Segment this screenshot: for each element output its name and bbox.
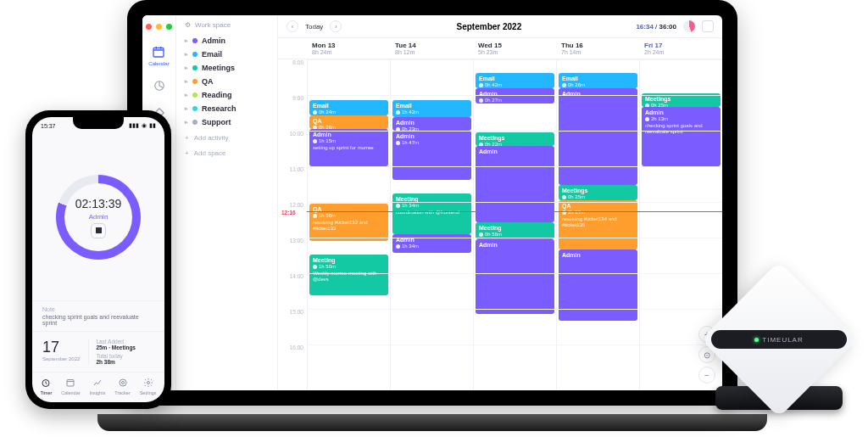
event-admin[interactable]: Admin [559, 88, 637, 185]
sidebar-item-research[interactable]: ▸Research [181, 102, 272, 115]
calendar-icon [151, 44, 166, 59]
prev-button[interactable]: ‹ [287, 20, 298, 32]
day-column[interactable]: Email0h 42mAdmin0h 27mMeetings0h 22mAdmi… [473, 59, 556, 390]
tracker-band: TIMEULAR [711, 330, 847, 349]
event-meetings[interactable]: Meetings0h 22m [476, 132, 554, 146]
event-qa[interactable]: QA2h 27mresolving #ticket134 and #ticket… [559, 200, 637, 249]
event-admin[interactable]: Admin1h 47m [392, 131, 471, 180]
day-column[interactable]: Email0h 26mAdminMeetings0h 25mQA2h 27mre… [556, 59, 639, 390]
date-picker-icon[interactable] [702, 20, 714, 32]
workspace-header[interactable]: ⚙ Work space [181, 19, 272, 31]
tracker-icon [118, 378, 128, 389]
event-admin[interactable]: Admin0h 23m [392, 117, 471, 131]
settings-icon [143, 378, 153, 389]
stop-button[interactable] [91, 223, 106, 238]
sidebar-item-label: Research [202, 104, 236, 113]
sidebar-item-email[interactable]: ▸Email [181, 48, 272, 61]
tab-tracker[interactable]: Tracker [114, 378, 130, 395]
calendar-grid[interactable]: 8:009:0010:0011:0012:0013:0014:0015:0016… [278, 59, 722, 390]
summary-day: 17 [42, 339, 80, 356]
timer-value: 02:13:39 [75, 197, 122, 210]
stop-icon [479, 98, 483, 103]
tracker-led-icon [754, 338, 759, 342]
phone-frame: 15:37 ▮▮▮ ◉ ▮▮ 02:13:39 Admin Note [25, 110, 171, 409]
rail-calendar[interactable]: Calendar [148, 44, 169, 66]
svg-rect-0 [153, 48, 164, 57]
event-email[interactable]: Email0h 26m [559, 73, 637, 88]
progress-pie-icon [683, 20, 695, 32]
event-meetings[interactable]: Meeting1h 34mcoordination with @frontend [392, 193, 471, 234]
laptop-base [97, 414, 767, 431]
event-admin[interactable]: Admin [559, 249, 637, 321]
stop-icon [396, 141, 400, 145]
tab-insights[interactable]: Insights [89, 378, 105, 395]
svg-point-4 [120, 379, 126, 386]
day-column[interactable]: Email1h 42mAdmin0h 23mAdmin1h 47mMeeting… [390, 59, 473, 390]
day-header[interactable]: Wed 155h 23m [473, 38, 556, 59]
stop-icon [396, 204, 400, 208]
timer-panel: 02:13:39 Admin [32, 134, 164, 300]
sidebar: ⚙ Work space ▸Admin▸Email▸Meetings▸QA▸Re… [176, 15, 278, 390]
laptop-frame: Calendar ⚙ Work space [127, 0, 737, 431]
rail-calendar-label: Calendar [148, 61, 169, 66]
chevron-right-icon: ▸ [185, 37, 188, 44]
tracked-current: 16:34 [636, 23, 653, 31]
pie-icon [152, 78, 167, 93]
day-header[interactable]: Fri 172h 24m [639, 38, 722, 59]
tab-calendar[interactable]: Calendar [61, 378, 80, 395]
day-header[interactable]: Mon 138h 24m [307, 38, 390, 59]
color-dot-icon [192, 52, 198, 57]
event-email[interactable]: Email0h 24m [309, 100, 388, 115]
event-admin[interactable]: Admin0h 27m [476, 88, 554, 104]
note-label: Note [42, 306, 154, 312]
event-admin[interactable]: Admin1h 15msetting up sprint for morree [309, 129, 388, 166]
sidebar-item-meetings[interactable]: ▸Meetings [181, 61, 272, 75]
tab-timer[interactable]: Timer [40, 378, 52, 395]
day-header-row: Mon 138h 24mTue 148h 12mWed 155h 23mThu … [278, 38, 722, 59]
sidebar-item-support[interactable]: ▸Support [181, 115, 272, 129]
calendar-main: ‹ Today › September 2022 16:34 / 36:00 [278, 15, 722, 390]
sidebar-item-admin[interactable]: ▸Admin [181, 34, 272, 48]
event-admin[interactable]: Admin [476, 239, 554, 314]
tracked-goal: 36:00 [659, 23, 676, 31]
rail-insights[interactable] [152, 78, 167, 93]
chevron-right-icon: ▸ [185, 51, 188, 58]
event-meetings[interactable]: Meeting0h 56mcoordination with @frontend [476, 222, 554, 239]
event-meetings[interactable]: Meetings0h 25m [559, 185, 637, 200]
add-space[interactable]: +Add space [181, 147, 272, 160]
chevron-right-icon: ▸ [185, 105, 188, 112]
event-qa[interactable]: QA0h 26m [309, 115, 388, 129]
day-header[interactable]: Tue 148h 12m [390, 38, 473, 59]
sidebar-item-label: Meetings [202, 64, 235, 72]
event-meetings[interactable]: Meeting1h 50mWeekly morree meeting with … [309, 255, 388, 295]
svg-point-5 [121, 382, 124, 384]
sidebar-item-label: Support [202, 118, 231, 126]
today-button[interactable]: Today [302, 23, 326, 31]
event-email[interactable]: Email0h 42m [476, 73, 554, 88]
event-email[interactable]: Email1h 42m [392, 100, 471, 117]
day-summary: 17 September 2022 Last Added25m · Meetin… [32, 331, 164, 372]
next-button[interactable]: › [330, 20, 342, 32]
timer-icon [41, 378, 51, 389]
window-controls[interactable] [142, 19, 179, 32]
timer-category[interactable]: Admin [89, 213, 108, 221]
tracker-brand: TIMEULAR [762, 336, 803, 344]
day-header[interactable]: Thu 167h 14m [556, 38, 639, 59]
tab-settings[interactable]: Settings [140, 378, 157, 395]
stop-icon [396, 110, 400, 115]
svg-point-6 [147, 382, 149, 384]
event-admin[interactable]: Admin2h 13mchecking sprint goals and ree… [642, 107, 721, 166]
event-qa[interactable]: QA1h 56mresolving #ticket132 and #ticket… [309, 204, 388, 241]
day-column[interactable]: Email0h 24mQA0h 26mAdmin1h 15msetting up… [307, 59, 390, 390]
color-dot-icon [192, 79, 198, 84]
color-dot-icon [192, 106, 198, 111]
add-activity[interactable]: +Add activity [181, 132, 272, 144]
sidebar-item-reading[interactable]: ▸Reading [181, 88, 272, 102]
note-field[interactable]: Note checking sprint goals and reevaluat… [32, 300, 164, 331]
sidebar-item-label: Email [202, 50, 222, 59]
gear-icon: ⚙ [185, 21, 191, 29]
month-title: September 2022 [457, 22, 522, 31]
phone-notch [73, 117, 124, 129]
calendar-icon [65, 378, 75, 389]
sidebar-item-qa[interactable]: ▸QA [181, 75, 272, 88]
